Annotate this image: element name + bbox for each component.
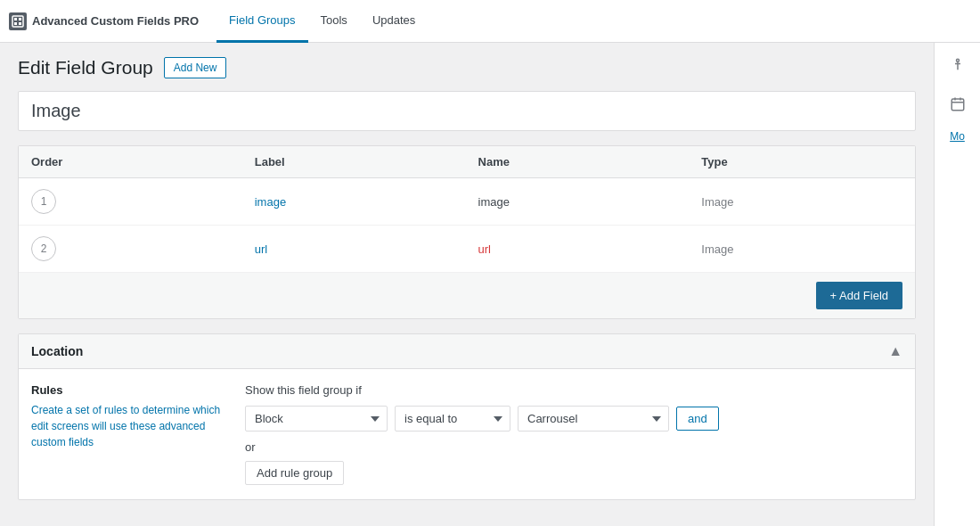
page-header: Edit Field Group Add New bbox=[18, 57, 916, 78]
row-name: url bbox=[466, 226, 690, 273]
rules-description: Create a set of rules to determine which… bbox=[31, 402, 227, 450]
row-type: Image bbox=[689, 226, 915, 273]
col-order: Order bbox=[19, 146, 242, 178]
page-title: Edit Field Group bbox=[18, 57, 153, 78]
operator-select[interactable]: is equal to bbox=[395, 406, 510, 431]
svg-rect-0 bbox=[12, 16, 23, 27]
row-label: image bbox=[242, 178, 466, 226]
table-row: 2 url url Image bbox=[19, 226, 915, 273]
brand: Advanced Custom Fields PRO bbox=[9, 12, 199, 30]
pin-icon[interactable] bbox=[944, 52, 971, 78]
svg-rect-8 bbox=[951, 99, 964, 111]
rules-column: Rules Create a set of rules to determine… bbox=[31, 383, 227, 485]
condition-select[interactable]: Block bbox=[245, 406, 388, 431]
field-group-name-input[interactable] bbox=[18, 91, 916, 131]
value-select[interactable]: Carrousel bbox=[518, 406, 669, 431]
location-header[interactable]: Location ▲ bbox=[19, 334, 915, 369]
add-rule-group-button[interactable]: Add rule group bbox=[245, 461, 344, 485]
location-title: Location bbox=[31, 344, 83, 358]
nav-link-tools[interactable]: Tools bbox=[308, 0, 360, 43]
col-label: Label bbox=[242, 146, 466, 178]
fields-table: Order Label Name Type 1 i bbox=[19, 146, 915, 272]
fields-section: Order Label Name Type 1 i bbox=[18, 145, 916, 319]
rules-main-column: Show this field group if Block is equal … bbox=[245, 383, 902, 485]
svg-rect-1 bbox=[14, 18, 17, 21]
or-text: or bbox=[245, 440, 902, 454]
right-panel: Mo bbox=[934, 43, 980, 526]
add-field-row: + Add Field bbox=[19, 272, 915, 318]
field-label-link[interactable]: image bbox=[255, 195, 286, 209]
nav-links: Field Groups Tools Updates bbox=[216, 0, 428, 42]
row-order: 1 bbox=[19, 178, 242, 226]
order-circle: 1 bbox=[31, 189, 56, 214]
add-new-button[interactable]: Add New bbox=[164, 57, 227, 78]
add-field-button[interactable]: + Add Field bbox=[816, 282, 902, 309]
and-button[interactable]: and bbox=[676, 407, 719, 431]
brand-icon bbox=[9, 12, 27, 30]
layout: Edit Field Group Add New Order Label Nam… bbox=[0, 43, 980, 526]
row-name: image bbox=[466, 178, 690, 226]
row-label: url bbox=[242, 226, 466, 273]
location-section: Location ▲ Rules Create a set of rules t… bbox=[18, 333, 916, 500]
row-order: 2 bbox=[19, 226, 242, 273]
nav-link-field-groups[interactable]: Field Groups bbox=[216, 0, 307, 43]
brand-label: Advanced Custom Fields PRO bbox=[32, 14, 199, 28]
order-circle: 2 bbox=[31, 236, 56, 261]
svg-rect-2 bbox=[19, 18, 21, 21]
nav-link-updates[interactable]: Updates bbox=[360, 0, 428, 43]
rules-title: Rules bbox=[31, 383, 227, 397]
collapse-icon: ▲ bbox=[888, 343, 902, 359]
svg-rect-4 bbox=[19, 22, 21, 25]
main-content: Edit Field Group Add New Order Label Nam… bbox=[0, 43, 934, 526]
show-if-label: Show this field group if bbox=[245, 383, 902, 397]
col-name: Name bbox=[466, 146, 690, 178]
svg-rect-3 bbox=[14, 22, 17, 25]
field-label-link[interactable]: url bbox=[255, 242, 267, 256]
svg-point-5 bbox=[956, 59, 959, 62]
table-row: 1 image image Image bbox=[19, 178, 915, 226]
location-body: Rules Create a set of rules to determine… bbox=[19, 369, 915, 499]
col-type: Type bbox=[689, 146, 915, 178]
top-navigation: Advanced Custom Fields PRO Field Groups … bbox=[0, 0, 980, 43]
calendar-icon[interactable] bbox=[944, 91, 971, 118]
rule-row: Block is equal to Carrousel and bbox=[245, 406, 902, 431]
row-type: Image bbox=[689, 178, 915, 226]
more-link[interactable]: Mo bbox=[950, 130, 965, 143]
